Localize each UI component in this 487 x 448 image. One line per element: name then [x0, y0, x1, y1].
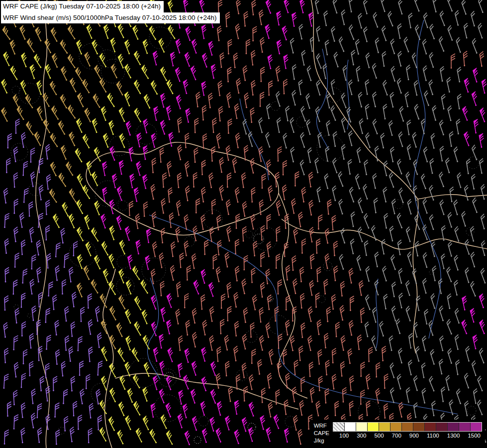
legend-swatch: [471, 423, 482, 431]
legend-value: 300: [357, 433, 366, 439]
legend-title-line: CAPE: [314, 430, 329, 437]
title-line-cape: WRF CAPE (J/kg) Tuesday 07-10-2025 18:00…: [1, 1, 164, 12]
legend-value: 1100: [427, 433, 439, 439]
map-header: WRF CAPE (J/kg) Tuesday 07-10-2025 18:00…: [1, 1, 220, 23]
legend-swatch: [333, 423, 345, 431]
legend-title-line: J/kg: [314, 437, 329, 445]
cape-legend: WRF CAPE J/kg 10030050070090011001300150…: [310, 420, 485, 446]
legend-swatch: [402, 423, 413, 431]
legend-value: 100: [339, 433, 349, 439]
legend-value: 500: [374, 433, 384, 439]
legend-swatch: [425, 423, 436, 431]
legend-title: WRF CAPE J/kg: [314, 422, 329, 445]
legend-title-line: WRF: [314, 422, 329, 430]
legend-swatch: [436, 423, 448, 431]
wind-shear-barbs: [0, 0, 487, 446]
legend-scale: 100300500700900110013001500: [333, 422, 482, 439]
legend-value: 1300: [447, 433, 460, 439]
legend-swatch: [459, 423, 471, 431]
legend-value: 1500: [468, 433, 481, 439]
legend-swatch: [368, 423, 379, 431]
legend-swatch: [379, 423, 390, 431]
legend-swatch: [356, 423, 368, 431]
legend-swatch: [413, 423, 425, 431]
legend-color-scale: [333, 422, 482, 432]
legend-swatch: [390, 423, 402, 431]
legend-swatch: [448, 423, 459, 431]
legend-value: 900: [409, 433, 419, 439]
legend-swatch: [345, 423, 356, 431]
weather-map: [0, 0, 487, 448]
title-line-wind-shear: WRF Wind shear (m/s) 500/1000hPa Tuesday…: [1, 12, 220, 24]
legend-value: 700: [392, 433, 401, 439]
legend-scale-labels: 100300500700900110013001500: [333, 433, 482, 439]
wrf-weather-map-page: WRF CAPE (J/kg) Tuesday 07-10-2025 18:00…: [0, 0, 487, 448]
